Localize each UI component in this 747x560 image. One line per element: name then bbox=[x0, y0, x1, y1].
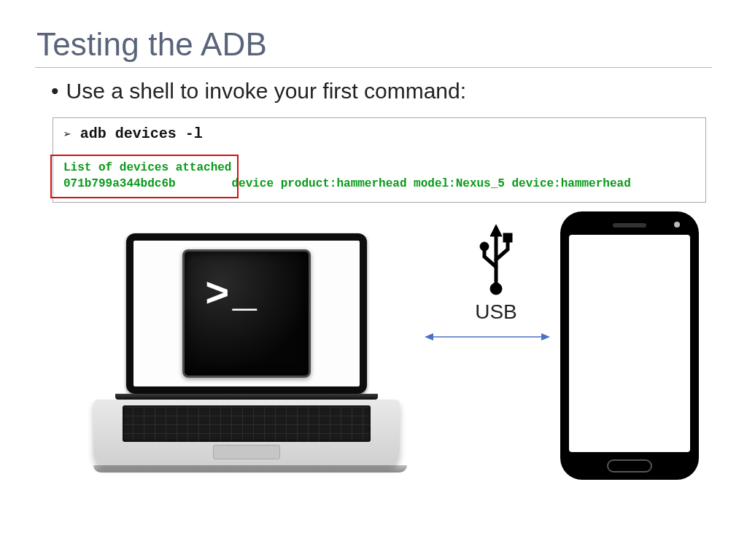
code-block: ➢ adb devices -l List of devices attache… bbox=[53, 117, 706, 203]
command-line: ➢ adb devices -l bbox=[63, 125, 695, 142]
usb-label: USB bbox=[445, 300, 547, 324]
slide-title: Testing the ADB bbox=[36, 26, 712, 63]
svg-marker-6 bbox=[425, 333, 433, 341]
keyboard bbox=[123, 405, 371, 442]
svg-point-2 bbox=[490, 283, 502, 295]
svg-point-3 bbox=[480, 242, 489, 251]
laptop-screen: >_ bbox=[133, 241, 360, 386]
output-line-2: 071b799a344bdc6b device product:hammerhe… bbox=[63, 177, 631, 190]
svg-marker-7 bbox=[541, 333, 550, 341]
terminal-icon: >_ bbox=[182, 249, 311, 378]
diagram-area: >_ bbox=[35, 226, 712, 503]
bullet-item: • Use a shell to invoke your first comma… bbox=[51, 78, 712, 104]
svg-rect-4 bbox=[503, 233, 512, 242]
phone-home-button bbox=[607, 459, 652, 472]
trackpad bbox=[213, 445, 280, 459]
command-text: adb devices -l bbox=[80, 125, 203, 142]
terminal-prompt-text: >_ bbox=[205, 272, 260, 319]
phone-illustration bbox=[560, 211, 699, 480]
laptop-deck bbox=[93, 400, 400, 465]
laptop-illustration: >_ bbox=[93, 233, 400, 472]
bullet-text: Use a shell to invoke your first command… bbox=[66, 78, 467, 104]
laptop-foot bbox=[93, 465, 407, 472]
usb-block: USB bbox=[445, 223, 547, 324]
output-line-1: List of devices attached bbox=[63, 161, 231, 174]
laptop-hinge bbox=[115, 394, 378, 400]
prompt-chevron-icon: ➢ bbox=[63, 126, 71, 142]
usb-icon bbox=[467, 223, 525, 296]
command-output: List of devices attached 071b799a344bdc6… bbox=[63, 160, 695, 192]
double-arrow-icon bbox=[425, 331, 550, 343]
phone-speaker bbox=[613, 223, 646, 228]
laptop-bezel: >_ bbox=[126, 233, 367, 394]
phone-screen bbox=[569, 235, 690, 452]
phone-camera bbox=[674, 222, 680, 228]
slide: Testing the ADB • Use a shell to invoke … bbox=[0, 0, 747, 560]
bullet-dot-icon: • bbox=[51, 78, 59, 104]
title-divider bbox=[35, 67, 712, 68]
